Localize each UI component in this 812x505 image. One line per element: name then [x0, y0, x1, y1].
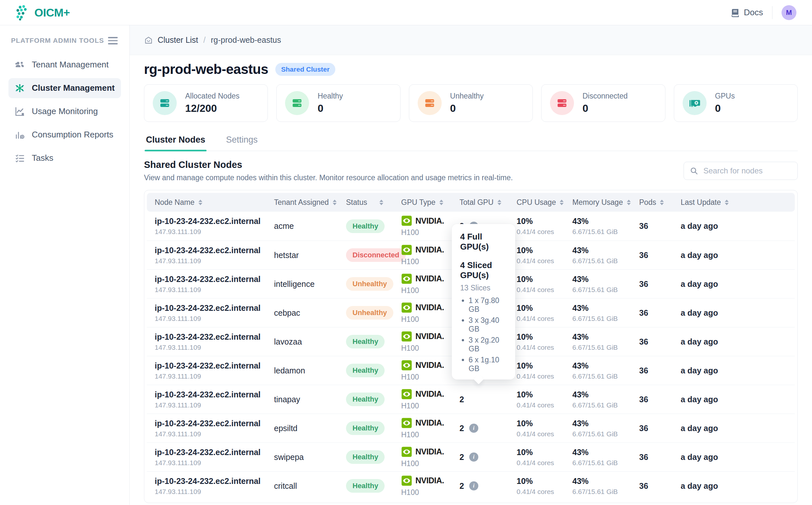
top-bar-right: Docs M [730, 5, 796, 20]
cpu-usage-cell: 10% 0.41/4 cores [517, 361, 572, 380]
gpu-model: H100 [401, 315, 459, 324]
column-header-node-name[interactable]: Node Name [147, 198, 274, 207]
memory-percent: 43% [572, 448, 639, 457]
tenant-cell: intelligence [274, 280, 346, 289]
status-badge: Healthy [346, 450, 385, 464]
total-gpu-cell: 2 i [459, 424, 517, 433]
breadcrumb-root[interactable]: Cluster List [144, 35, 198, 45]
stat-card-unhealthy: Unhealthy 0 [409, 84, 533, 122]
avatar[interactable]: M [782, 5, 796, 20]
docs-link[interactable]: Docs [730, 7, 763, 17]
stat-card-allocated-nodes: Allocated Nodes 12/200 [144, 84, 268, 122]
status-cell: Healthy [346, 219, 401, 233]
column-header-cpu-usage[interactable]: CPU Usage [517, 198, 572, 207]
stat-card-gpus: GPUs 0 [674, 84, 798, 122]
sidebar-item-cluster-management[interactable]: Cluster Management [8, 78, 121, 98]
total-gpu-value: 2 [459, 395, 464, 404]
memory-percent: 43% [572, 216, 639, 226]
gpu-vendor: NVIDIA. [415, 332, 444, 341]
last-update-cell: a day ago [681, 366, 795, 375]
node-ip: 147.93.111.109 [155, 257, 274, 265]
node-ip: 147.93.111.109 [155, 459, 274, 467]
sidebar-item-tasks[interactable]: Tasks [8, 148, 121, 168]
column-header-pods[interactable]: Pods [639, 198, 681, 207]
sidebar-item-consumption-reports[interactable]: Consumption Reports [8, 125, 121, 145]
tab-cluster-nodes[interactable]: Cluster Nodes [145, 132, 207, 151]
shared-cluster-badge: Shared Cluster [275, 63, 335, 76]
node-name-cell: ip-10-23-24-232.ec2.internal 147.93.111.… [147, 246, 274, 265]
gpu-type-cell: NVIDIA. H100 [401, 331, 459, 353]
status-cell: Healthy [346, 479, 401, 493]
column-header-last-update[interactable]: Last Update [681, 198, 795, 207]
column-header-tenant-assigned[interactable]: Tenant Assigned [274, 198, 346, 207]
nvidia-logo-icon [401, 446, 412, 457]
gpu-type-cell: NVIDIA. H100 [401, 273, 459, 295]
gpu-type-cell: NVIDIA. H100 [401, 475, 459, 497]
sidebar-item-label: Tenant Management [32, 60, 109, 70]
tenant-cell: tinapay [274, 395, 346, 404]
stat-label: Disconnected [582, 92, 628, 101]
gpu-vendor: NVIDIA. [415, 303, 444, 312]
cpu-percent: 10% [517, 275, 572, 284]
info-icon[interactable]: i [469, 481, 478, 490]
node-name-cell: ip-10-23-24-232.ec2.internal 147.93.111.… [147, 361, 274, 380]
memory-percent: 43% [572, 419, 639, 428]
cpu-percent: 10% [517, 361, 572, 370]
column-header-status[interactable]: Status [346, 198, 401, 207]
last-update-cell: a day ago [681, 250, 795, 260]
pods-cell: 36 [639, 395, 681, 404]
breadcrumb-current: rg-prod-web-eastus [211, 35, 281, 45]
last-update-cell: a day ago [681, 337, 795, 346]
memory-usage-cell: 43% 6.67/15.61 GiB [572, 419, 639, 438]
gpu-vendor: NVIDIA. [415, 245, 444, 255]
sidebar-item-tenant-management[interactable]: Tenant Management [8, 55, 121, 75]
memory-usage-cell: 43% 6.67/15.61 GiB [572, 477, 639, 496]
status-cell: Healthy [346, 364, 401, 377]
server-icon [418, 91, 442, 115]
gpu-model: H100 [401, 459, 459, 468]
column-header-gpu-type[interactable]: GPU Type [401, 198, 459, 207]
slice-item: 1 x 7g.80 GB [468, 296, 507, 314]
column-header-total-gpu[interactable]: Total GPU [459, 198, 517, 207]
pods-cell: 36 [639, 481, 681, 491]
nvidia-logo-icon [401, 360, 412, 371]
table-row: ip-10-23-24-232.ec2.internal 147.93.111.… [147, 413, 795, 443]
pods-cell: 36 [639, 424, 681, 433]
gpu-model: H100 [401, 488, 459, 497]
tab-bar: Cluster Nodes Settings [144, 132, 798, 151]
gpu-vendor: NVIDIA. [415, 360, 444, 370]
nvidia-logo-icon [401, 389, 412, 400]
info-icon[interactable]: i [469, 424, 478, 433]
breadcrumb: Cluster List / rg-prod-web-eastus [130, 25, 812, 55]
search-input[interactable] [703, 166, 792, 176]
last-update-cell: a day ago [681, 453, 795, 462]
column-header-memory-usage[interactable]: Memory Usage [572, 198, 639, 207]
table-header-row: Node Name Tenant Assigned Status GPU Typ… [147, 193, 795, 212]
memory-gib: 6.67/15.61 GiB [572, 488, 639, 496]
sort-icon [198, 200, 202, 205]
node-name-cell: ip-10-23-24-232.ec2.internal 147.93.111.… [147, 332, 274, 351]
memory-percent: 43% [572, 332, 639, 342]
gpu-vendor: NVIDIA. [415, 476, 444, 485]
nvidia-logo-icon [401, 475, 412, 486]
memory-usage-cell: 43% 6.67/15.61 GiB [572, 361, 639, 380]
node-name-cell: ip-10-23-24-232.ec2.internal 147.93.111.… [147, 275, 274, 294]
cpu-usage-cell: 10% 0.41/4 cores [517, 332, 572, 351]
sidebar-item-label: Consumption Reports [32, 130, 113, 140]
gpu-type-cell: NVIDIA. H100 [401, 446, 459, 468]
node-ip: 147.93.111.109 [155, 430, 274, 438]
status-badge: Unhealthy [346, 306, 393, 320]
memory-percent: 43% [572, 390, 639, 399]
memory-gib: 6.67/15.61 GiB [572, 228, 639, 236]
pods-cell: 36 [639, 280, 681, 289]
sort-icon [333, 200, 336, 205]
sidebar-collapse-icon[interactable] [107, 36, 119, 46]
sidebar-item-usage-monitoring[interactable]: Usage Monitoring [8, 102, 121, 122]
status-cell: Healthy [346, 422, 401, 435]
info-icon[interactable]: i [469, 453, 478, 462]
sidebar: PLATFORM ADMIN TOOLS Tenant Management [0, 25, 130, 505]
tab-settings[interactable]: Settings [225, 132, 259, 151]
breadcrumb-separator: / [203, 35, 206, 45]
gpu-type-cell: NVIDIA. H100 [401, 302, 459, 324]
memory-gib: 6.67/15.61 GiB [572, 257, 639, 265]
